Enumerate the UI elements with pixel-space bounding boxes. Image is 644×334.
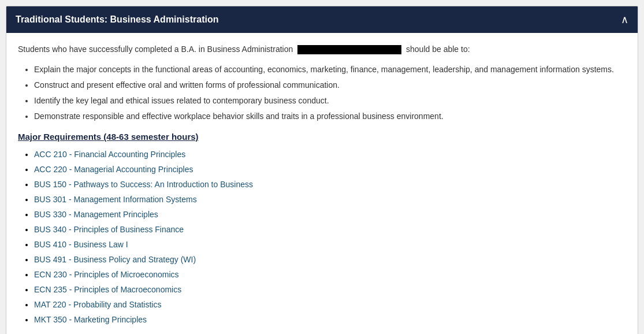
table-row: MKT 350 - Marketing Principles [34, 314, 626, 326]
course-link[interactable]: ACC 220 - Managerial Accounting Principl… [34, 165, 193, 174]
list-item: Explain the major concepts in the functi… [34, 64, 626, 76]
intro-paragraph: Students who have successfully completed… [18, 43, 626, 55]
course-link[interactable]: ECN 235 - Principles of Macroeconomics [34, 285, 181, 294]
course-link[interactable]: MKT 350 - Marketing Principles [34, 315, 147, 324]
table-row: ACC 220 - Managerial Accounting Principl… [34, 164, 626, 176]
collapse-icon[interactable]: ∧ [621, 13, 628, 26]
table-row: ECN 235 - Principles of Macroeconomics [34, 284, 626, 296]
course-link[interactable]: BUS 330 - Management Principles [34, 210, 158, 219]
table-row: BUS 301 - Management Information Systems [34, 194, 626, 206]
table-row: ACC 210 - Financial Accounting Principle… [34, 149, 626, 161]
course-link[interactable]: BUS 150 - Pathways to Success: An Introd… [34, 180, 253, 189]
requirements-heading: Major Requirements (48-63 semester hours… [18, 132, 626, 142]
course-link[interactable]: BUS 491 - Business Policy and Strategy (… [34, 255, 196, 264]
course-link[interactable]: BUS 340 - Principles of Business Finance [34, 225, 184, 234]
redacted-block [297, 45, 401, 54]
list-item: Construct and present effective oral and… [34, 79, 626, 91]
table-row: BUS 410 - Business Law I [34, 239, 626, 251]
course-list: ACC 210 - Financial Accounting Principle… [18, 149, 626, 326]
learning-outcomes-list: Explain the major concepts in the functi… [18, 64, 626, 123]
table-row: BUS 150 - Pathways to Success: An Introd… [34, 179, 626, 191]
table-row: BUS 491 - Business Policy and Strategy (… [34, 254, 626, 266]
table-row: ECN 230 - Principles of Microeconomics [34, 269, 626, 281]
panel-body: Students who have successfully completed… [6, 33, 638, 334]
main-panel: Traditional Students: Business Administr… [6, 6, 638, 334]
course-link[interactable]: ECN 230 - Principles of Microeconomics [34, 270, 179, 279]
panel-header: Traditional Students: Business Administr… [6, 6, 638, 33]
list-item: Identify the key legal and ethical issue… [34, 95, 626, 107]
intro-before-redacted: Students who have successfully completed… [18, 44, 293, 54]
course-link[interactable]: BUS 410 - Business Law I [34, 240, 128, 249]
intro-after-redacted: should be able to: [406, 44, 470, 54]
table-row: BUS 340 - Principles of Business Finance [34, 224, 626, 236]
course-link[interactable]: ACC 210 - Financial Accounting Principle… [34, 150, 185, 159]
table-row: BUS 330 - Management Principles [34, 209, 626, 221]
course-link[interactable]: MAT 220 - Probability and Statistics [34, 300, 161, 309]
panel-title: Traditional Students: Business Administr… [16, 14, 218, 25]
course-link[interactable]: BUS 301 - Management Information Systems [34, 195, 197, 204]
list-item: Demonstrate responsible and effective wo… [34, 110, 626, 123]
table-row: MAT 220 - Probability and Statistics [34, 299, 626, 311]
